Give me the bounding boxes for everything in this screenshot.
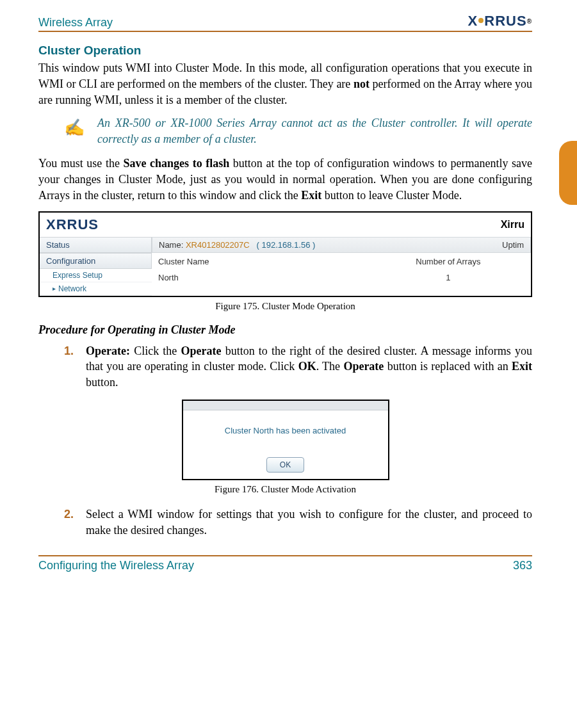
para2-bold1: Save changes to flash — [124, 157, 230, 170]
side-tab — [559, 141, 577, 205]
para2-c: button to leave Cluster Mode. — [321, 189, 462, 202]
figure-176-dialog: Cluster North has been activated OK — [182, 400, 389, 480]
section-title: Cluster Operation — [38, 44, 532, 58]
device-name: XR4012802207C — [186, 240, 250, 250]
uptime-label: Uptim — [502, 240, 524, 250]
logo-dot-icon — [478, 18, 484, 23]
step1-t1: Click the — [130, 344, 181, 357]
paragraph-1: This window puts WMI into Cluster Mode. … — [38, 60, 532, 108]
name-bar: Name: XR4012802207C ( 192.168.1.56 ) Upt… — [152, 237, 531, 253]
dialog-titlebar — [183, 401, 388, 410]
sidebar-item-configuration[interactable]: Configuration — [40, 253, 152, 269]
step1-t3: . The — [316, 360, 344, 373]
cell-cluster-name: North — [158, 273, 372, 282]
sidebar-network-label: Network — [58, 284, 86, 293]
note-text: An XR-500 or XR-1000 Series Array cannot… — [97, 115, 532, 147]
header-title: Wireless Array — [38, 16, 113, 29]
step-1: 1. Operate: Click the Operate button to … — [64, 343, 532, 391]
ok-button[interactable]: OK — [266, 457, 304, 473]
dialog-message: Cluster North has been activated — [183, 410, 388, 457]
step1-t5: button. — [86, 376, 118, 389]
step-2: 2. Select a WMI window for settings that… — [64, 506, 532, 538]
col-cluster-name: Cluster Name — [158, 257, 372, 266]
xirrus-logo: X RRUS ® — [468, 13, 532, 29]
name-label: Name: — [159, 240, 183, 250]
sidebar-item-network[interactable]: ▸Network — [40, 282, 152, 296]
sidebar-express-label: Express Setup — [53, 271, 102, 280]
page-footer: Configuring the Wireless Array 363 — [38, 555, 532, 572]
cell-number-arrays: 1 — [372, 273, 524, 282]
footer-page-number: 363 — [513, 559, 532, 572]
screenshot-logo: X RRUS — [46, 216, 99, 233]
figure-176-caption: Figure 176. Cluster Mode Activation — [38, 484, 532, 495]
figure-175-caption: Figure 175. Cluster Mode Operation — [38, 301, 532, 312]
table-header: Cluster Name Number of Arrays — [152, 253, 531, 270]
step1-b3: Operate — [343, 360, 384, 373]
footer-left: Configuring the Wireless Array — [38, 559, 194, 572]
caret-right-icon: ▸ — [53, 285, 56, 292]
para1-bold: not — [354, 77, 370, 90]
note-block: ✍ An XR-500 or XR-1000 Series Array cann… — [64, 115, 532, 147]
ss-right-label: Xirru — [501, 219, 524, 231]
note-hand-icon: ✍ — [64, 118, 85, 138]
table-row: North 1 — [152, 270, 531, 285]
para2-a: You must use the — [38, 157, 124, 170]
sidebar-item-express-setup[interactable]: Express Setup — [40, 269, 152, 282]
sidebar-item-status[interactable]: Status — [40, 237, 152, 253]
step1-lead: Operate: — [86, 344, 130, 357]
step-2-text: Select a WMI window for settings that yo… — [86, 506, 532, 538]
step1-t4: button is replaced with an — [384, 360, 512, 373]
para2-bold2: Exit — [301, 189, 321, 202]
step1-b2: OK — [298, 360, 316, 373]
ss-logo-x: X — [46, 216, 56, 233]
logo-x: X — [468, 13, 478, 29]
step1-b1: Operate — [181, 344, 221, 357]
device-ip: ( 192.168.1.56 ) — [257, 240, 316, 250]
paragraph-2: You must use the Save changes to flash b… — [38, 156, 532, 203]
step-2-number: 2. — [64, 506, 86, 538]
step-1-number: 1. — [64, 343, 86, 391]
ss-logo-rest: RRUS — [56, 216, 99, 233]
logo-reg: ® — [527, 18, 532, 25]
step1-b4: Exit — [512, 360, 532, 373]
col-number-arrays: Number of Arrays — [372, 257, 524, 266]
logo-rest: RRUS — [484, 13, 526, 29]
procedure-heading: Procedure for Operating in Cluster Mode — [38, 323, 532, 337]
figure-175-screenshot: X RRUS Xirru Status Configuration Expres… — [38, 211, 532, 297]
page-header: Wireless Array X RRUS ® — [38, 13, 532, 32]
